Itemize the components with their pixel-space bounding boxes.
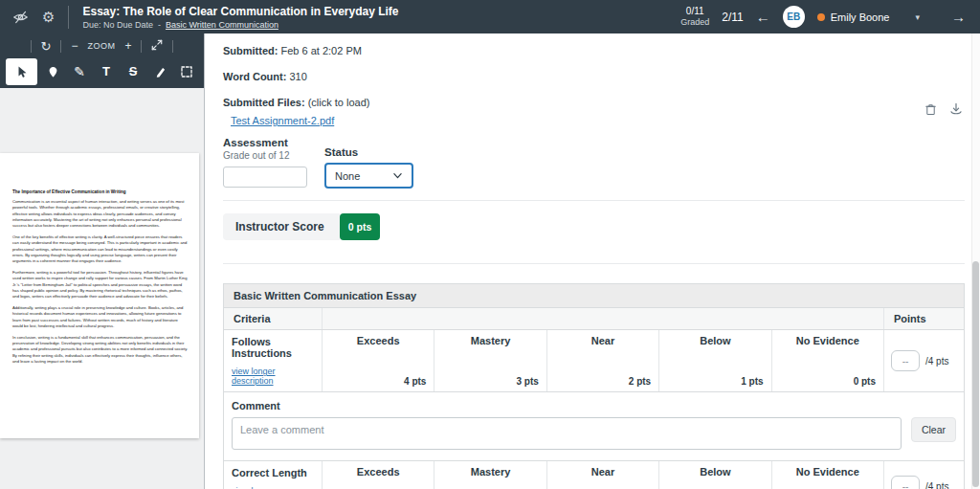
criterion-name: Correct Length: [232, 467, 314, 478]
criterion-cell: Follows Instructions view longer descrip…: [224, 330, 322, 391]
grade-input[interactable]: [223, 167, 307, 188]
module-link[interactable]: Basic Written Communication: [166, 20, 278, 30]
essay-paragraph: One of the key benefits of effective wri…: [12, 234, 189, 264]
criterion-name: Follows Instructions: [232, 336, 314, 359]
word-count-line: Word Count: 310: [223, 71, 965, 83]
status-label: Status: [324, 146, 413, 158]
rating-cell[interactable]: No Evidence 0 pts: [771, 330, 883, 391]
criterion-points-input[interactable]: [891, 350, 920, 371]
criteria-header: Criteria: [224, 308, 322, 329]
assessment-label: Assessment: [223, 137, 307, 148]
essay-paragraph: Additionally, writing plays a crucial ro…: [12, 305, 189, 329]
select-cursor-tool[interactable]: [6, 58, 37, 85]
refresh-icon[interactable]: ↻: [41, 39, 52, 54]
instructor-score-bar: Instructor Score 0 pts: [223, 213, 380, 240]
comment-row: Comment Clear: [224, 392, 964, 461]
document-preview-page[interactable]: The Importance of Effective Communicatio…: [0, 153, 199, 438]
hide-grades-eye-icon[interactable]: [12, 10, 29, 25]
criterion-points-cell: /4 pts: [883, 461, 964, 489]
clear-comment-button[interactable]: Clear: [911, 417, 956, 442]
rating-cell[interactable]: Mastery 3 pts: [434, 461, 546, 489]
rating-cell[interactable]: Near 2 pts: [546, 330, 658, 391]
criterion-points-input[interactable]: [891, 476, 920, 489]
essay-paragraph: Communication is an essential aspect of …: [12, 199, 189, 229]
criterion-cell: Correct Length view longer description: [224, 461, 322, 489]
grade-out-of-hint: Grade out of 12: [223, 150, 307, 161]
rating-cell[interactable]: No Evidence 0 pts: [771, 461, 883, 489]
status-select[interactable]: None: [324, 163, 413, 189]
instructor-score-label: Instructor Score: [223, 213, 340, 240]
submitted-line: Submitted: Feb 6 at 2:02 PM: [223, 45, 965, 57]
comment-textarea[interactable]: [232, 417, 902, 450]
criterion-points-cell: /4 pts: [883, 330, 964, 391]
toolbar-divider: [172, 40, 173, 53]
strikeout-tool[interactable]: S: [122, 58, 145, 85]
status-column: Status None: [324, 137, 413, 189]
needs-grading-dot-icon: [817, 13, 825, 21]
criterion-points-total: /4 pts: [925, 356, 948, 367]
submitted-file-link[interactable]: Test Assignment-2.pdf: [231, 115, 334, 127]
section-divider: [223, 200, 965, 201]
zoom-in-button[interactable]: +: [124, 39, 131, 53]
student-avatar: EB: [783, 6, 805, 28]
rubric-header-spacer: [322, 308, 883, 329]
area-select-tool[interactable]: [175, 58, 198, 85]
rubric-criterion-row: Correct Length view longer description E…: [224, 461, 964, 489]
student-selector[interactable]: Emily Boone: [817, 11, 890, 23]
next-student-arrow[interactable]: →: [951, 9, 980, 25]
assignment-title: Essay: The Role of Clear Communication i…: [82, 5, 398, 19]
chevron-down-icon: [392, 171, 403, 180]
rating-cell[interactable]: Below 1 pts: [658, 461, 770, 489]
student-name: Emily Boone: [831, 11, 890, 23]
grade-column: Assessment Grade out of 12: [223, 137, 307, 189]
essay-paragraph: In conclusion, writing is a fundamental …: [12, 335, 189, 365]
viewer-toolbar: ↻ − ZOOM + ✎ T S: [0, 33, 204, 88]
rating-cell[interactable]: Below 1 pts: [658, 330, 770, 391]
header-divider: [68, 6, 69, 29]
point-annotation-tool[interactable]: [41, 58, 64, 85]
scrollbar-thumb[interactable]: [972, 261, 979, 487]
document-viewer-panel: ↻ − ZOOM + ✎ T S: [0, 33, 205, 489]
assessment-section: Assessment Grade out of 12 Status None: [223, 137, 965, 189]
status-value: None: [335, 170, 360, 182]
assignment-info: Essay: The Role of Clear Communication i…: [82, 5, 398, 30]
student-dropdown-caret-icon[interactable]: ▾: [915, 12, 920, 22]
points-header: Points: [883, 308, 964, 329]
highlight-pen-tool[interactable]: ✎: [68, 58, 91, 85]
grading-panel: Submitted: Feb 6 at 2:02 PM Word Count: …: [206, 33, 980, 489]
toolbar-divider: [141, 40, 142, 53]
essay-title: The Importance of Effective Communicatio…: [12, 189, 189, 194]
settings-gear-icon[interactable]: ⚙: [42, 10, 55, 24]
rubric-criterion-row: Follows Instructions view longer descrip…: [224, 330, 964, 392]
rubric-title: Basic Written Communication Essay: [224, 284, 964, 308]
download-file-icon[interactable]: [949, 102, 963, 120]
rubric-header-row: Criteria Points: [224, 308, 964, 330]
rating-cell[interactable]: Near 2 pts: [546, 461, 658, 489]
rating-cell[interactable]: Exceeds 4 pts: [322, 461, 434, 489]
instructor-score-badge: 0 pts: [340, 213, 380, 240]
due-date-label: Due: No Due Date: [82, 20, 153, 30]
toolbar-divider: [31, 40, 32, 53]
rating-cell[interactable]: Exceeds 4 pts: [322, 330, 434, 391]
top-header: ⚙ Essay: The Role of Clear Communication…: [0, 0, 980, 33]
zoom-label: ZOOM: [87, 41, 115, 51]
essay-paragraph: Furthermore, writing is a powerful tool …: [12, 270, 189, 300]
delete-file-trash-icon[interactable]: [924, 102, 937, 120]
student-position: 2/11: [722, 11, 743, 24]
comment-label: Comment: [232, 400, 956, 411]
fullscreen-expand-icon[interactable]: [151, 39, 163, 53]
graded-counter: 0/11 Graded: [680, 6, 709, 28]
free-draw-tool[interactable]: [148, 58, 171, 85]
zoom-out-button[interactable]: −: [71, 39, 78, 53]
text-annotation-tool[interactable]: T: [95, 58, 118, 85]
view-longer-description-link[interactable]: view longer description: [232, 367, 314, 386]
toolbar-divider: [60, 40, 61, 53]
previous-student-arrow[interactable]: ←: [756, 9, 770, 25]
rubric-table: Basic Written Communication Essay Criter…: [223, 283, 965, 489]
section-divider: [223, 263, 965, 264]
assignment-subtitle: Due: No Due Date - Basic Written Communi…: [82, 20, 398, 30]
criterion-points-total: /4 pts: [925, 481, 948, 489]
vertical-scrollbar[interactable]: [971, 33, 980, 489]
rating-cell[interactable]: Mastery 3 pts: [434, 330, 546, 391]
submitted-files-block: Submitted Files: (click to load) Test As…: [223, 97, 965, 127]
